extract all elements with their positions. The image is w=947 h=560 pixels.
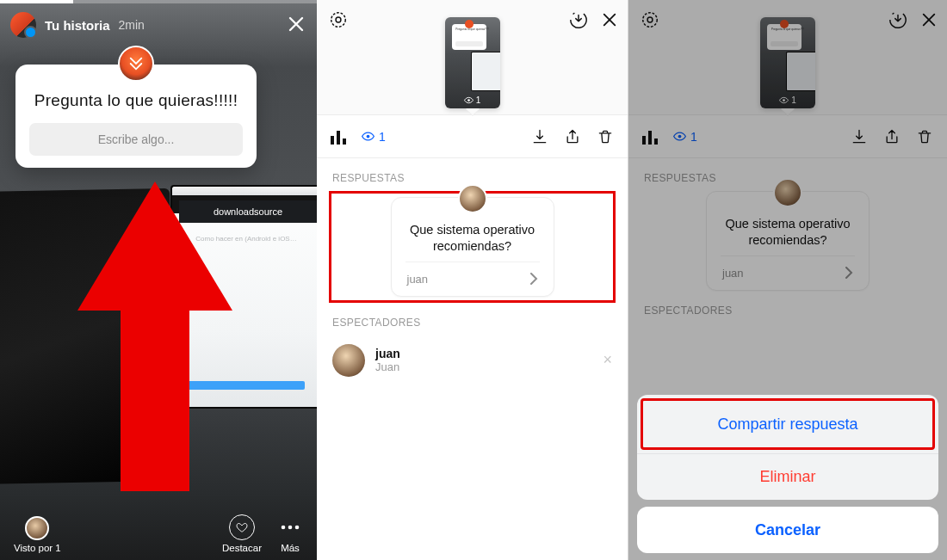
close-icon[interactable]: [284, 12, 308, 36]
avatar[interactable]: [10, 12, 36, 38]
annotation-arrow-icon: [69, 182, 241, 491]
story-preview-pane: downloadsource Como hacer en (Android e …: [0, 0, 317, 560]
svg-point-4: [336, 17, 341, 22]
spectator-username: juan: [375, 347, 400, 360]
more-icon: [277, 514, 303, 540]
stats-icon[interactable]: [331, 129, 346, 145]
svg-point-2: [295, 526, 300, 530]
question-text: Pregunta lo que quieras!!!!!: [29, 90, 243, 111]
spectator-name: Juan: [375, 360, 400, 373]
response-text: Que sistema operativo recomiendas?: [405, 222, 540, 255]
viewed-by-button[interactable]: Visto por 1: [14, 516, 61, 553]
delete-response-button[interactable]: Eliminar: [637, 453, 938, 500]
brand-badge-icon: [118, 46, 154, 82]
story-thumb[interactable]: Pregunta lo que quieras!!!!! 1: [445, 17, 500, 108]
story-progress: [0, 0, 317, 3]
share-icon[interactable]: [564, 128, 581, 145]
spectator-row[interactable]: juan Juan ×: [317, 335, 628, 385]
responder-avatar: [458, 184, 487, 213]
question-input[interactable]: Escribe algo...: [29, 123, 243, 156]
heart-icon: [229, 514, 255, 540]
question-placeholder: Escribe algo...: [98, 132, 175, 146]
cancel-button[interactable]: Cancelar: [637, 507, 938, 553]
close-icon[interactable]: [602, 12, 617, 28]
annotation-redbox: Que sistema operativo recomiendas? juan: [329, 191, 616, 303]
trash-icon[interactable]: [597, 128, 614, 145]
story-header: Tu historia 2min: [10, 12, 306, 38]
save-story-icon[interactable]: [569, 10, 588, 29]
chevron-right-icon: [529, 273, 538, 285]
response-card[interactable]: Que sistema operativo recomiendas? juan: [391, 197, 554, 297]
views-count[interactable]: 1: [362, 130, 386, 144]
svg-point-1: [288, 526, 293, 530]
story-time: 2min: [119, 18, 145, 32]
thumb-views: 1: [445, 95, 500, 105]
download-icon[interactable]: [531, 128, 548, 145]
story-viewers-pane-action: Pregunta lo que quieras!!!!! 1: [628, 0, 947, 560]
annotation-redbox: Compartir respuesta: [641, 398, 935, 450]
story-viewers-header: Pregunta lo que quieras!!!!! 1: [317, 0, 628, 115]
action-sheet: Compartir respuesta Eliminar Cancelar: [637, 395, 938, 553]
question-sticker[interactable]: Pregunta lo que quieras!!!!! Escribe alg…: [15, 65, 257, 168]
viewer-avatar-icon: [25, 516, 49, 540]
svg-point-0: [282, 526, 286, 530]
story-viewers-pane: Pregunta lo que quieras!!!!! 1: [317, 0, 628, 560]
svg-point-3: [331, 13, 346, 28]
spectator-avatar: [332, 344, 365, 377]
story-title: Tu historia: [45, 18, 110, 33]
svg-point-6: [367, 135, 370, 138]
more-button[interactable]: Más: [277, 514, 303, 553]
story-toolbar: 1: [317, 115, 628, 158]
share-response-button[interactable]: Compartir respuesta: [643, 401, 932, 447]
svg-point-5: [467, 99, 470, 102]
spectators-label: ESPECTADORES: [317, 303, 628, 335]
highlight-button[interactable]: Destacar: [222, 514, 262, 553]
viewed-by-label: Visto por 1: [14, 543, 61, 553]
responder-username: juan: [407, 273, 429, 286]
remove-spectator-icon[interactable]: ×: [603, 351, 612, 369]
gear-icon[interactable]: [329, 10, 348, 29]
